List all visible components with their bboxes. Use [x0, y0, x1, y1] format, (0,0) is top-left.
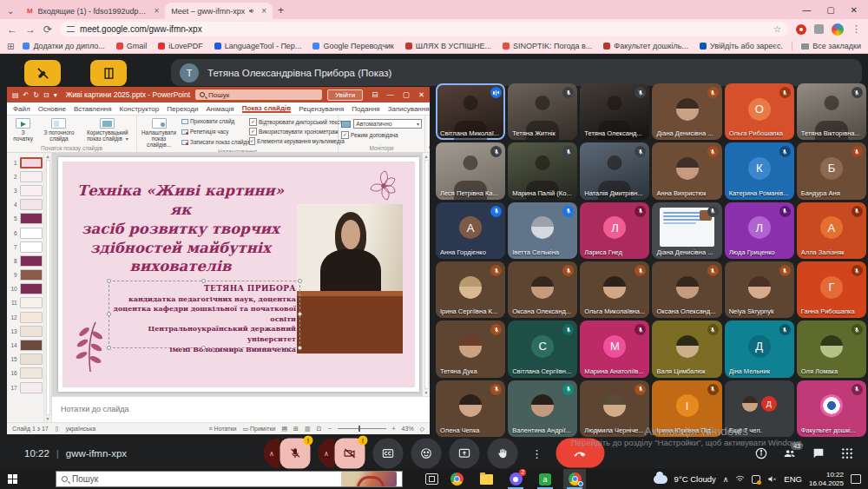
- new-tab-button[interactable]: +: [278, 4, 284, 17]
- ribbon-display-icon[interactable]: ⊟: [372, 90, 378, 99]
- slide-thumbnail[interactable]: 4: [10, 198, 43, 212]
- view-slideshow-icon[interactable]: ⊡: [317, 426, 322, 433]
- fit-slide-icon[interactable]: ◇: [420, 426, 424, 433]
- more-options-button[interactable]: ⋮: [526, 438, 549, 468]
- participant-tile[interactable]: ККатерина Романів...: [725, 142, 794, 199]
- apps-grid-icon[interactable]: ⊞: [7, 42, 14, 51]
- participant-tile[interactable]: Тетяна Житнік: [508, 83, 577, 140]
- address-bar[interactable]: meet.google.com/gww-ifmn-xpx ☆: [60, 22, 788, 36]
- ribbon-checkbox[interactable]: Елементи керування мультимедіа: [249, 137, 343, 145]
- participant-tile[interactable]: ЛЛюда Гриценко: [725, 202, 794, 259]
- weather-text[interactable]: 9°C Cloudy: [674, 474, 716, 484]
- slide-thumbnail[interactable]: 6: [10, 226, 43, 240]
- resize-handle[interactable]: [107, 279, 111, 283]
- all-bookmarks-button[interactable]: Все закладки: [792, 42, 861, 50]
- annotation-off-button[interactable]: [24, 60, 61, 86]
- present-button[interactable]: [450, 438, 480, 468]
- notes-pane[interactable]: Нотатки до слайда: [52, 396, 430, 422]
- bookmark-item[interactable]: Увійдіть або зареєс...: [700, 42, 783, 50]
- participant-tile[interactable]: ГГанна Рибошапка: [797, 261, 866, 318]
- bookmark-star-icon[interactable]: ☆: [773, 24, 781, 34]
- ribbon-checkbox[interactable]: Відтворювати дикторський текст: [249, 118, 343, 126]
- participant-tile[interactable]: ААлла Залізняк: [797, 202, 866, 259]
- participant-tile[interactable]: ЛЛариса Гнед: [580, 202, 649, 259]
- task-view-button[interactable]: [425, 473, 438, 485]
- slide-thumbnail[interactable]: 13: [10, 324, 43, 338]
- slide-thumbnail[interactable]: 11: [10, 296, 43, 310]
- presenter-banner[interactable]: Т Тетяна Олександрівна Прибора (Показ): [171, 59, 862, 86]
- tab-close-icon[interactable]: ×: [154, 6, 159, 16]
- ribbon-checkbox[interactable]: Використовувати хронометраж: [249, 128, 343, 135]
- participant-tile[interactable]: Людмила Черніче...: [580, 380, 649, 437]
- start-button[interactable]: [3, 471, 21, 488]
- participant-tile[interactable]: ББандура Аня: [797, 142, 866, 199]
- ribbon-small-button[interactable]: Записати показ слайдів▾: [181, 139, 246, 145]
- close-button[interactable]: ✕: [851, 5, 858, 15]
- taskbar-green-app-icon[interactable]: a: [534, 469, 556, 489]
- adblock-extension-icon[interactable]: [796, 24, 806, 35]
- participant-tile[interactable]: Оля Ломака: [797, 320, 866, 377]
- notes-toggle[interactable]: ≡ Нотатки: [209, 426, 237, 432]
- participant-tile[interactable]: Діана Денисівна ...: [652, 202, 721, 259]
- bookmark-item[interactable]: iLovePDF: [158, 42, 203, 50]
- clock[interactable]: 10:2216.04.2025: [809, 471, 844, 486]
- view-normal-icon[interactable]: ▤: [281, 426, 287, 433]
- participant-tile[interactable]: Леся Петрівна Ка...: [436, 142, 505, 199]
- slide-1[interactable]: Техніка «Живі картини» як засіб розвитку…: [62, 162, 415, 387]
- ppt-tab[interactable]: Записування: [388, 105, 430, 113]
- slide-thumbnail[interactable]: 7: [10, 240, 43, 254]
- network-icon[interactable]: [735, 474, 745, 484]
- comments-toggle[interactable]: ▭ Примітки: [242, 426, 275, 433]
- reactions-button[interactable]: [411, 438, 442, 468]
- tab-audio-icon[interactable]: [248, 7, 256, 15]
- slide-thumbnail[interactable]: 3: [10, 183, 43, 197]
- accessibility-icon[interactable]: ▯: [56, 426, 59, 433]
- participant-tile[interactable]: Ірина Сергіївна К...: [436, 261, 505, 318]
- back-button[interactable]: ←: [7, 24, 17, 35]
- ribbon-button[interactable]: З початку: [10, 116, 36, 142]
- ppt-maximize-button[interactable]: ▢: [403, 90, 410, 99]
- participants-button[interactable]: 43: [783, 446, 797, 460]
- participant-tile[interactable]: Тетяна Олександ...: [580, 83, 649, 140]
- participant-tile[interactable]: Валентина Андрії...: [508, 380, 577, 437]
- slide-thumbnail[interactable]: 12: [10, 310, 43, 324]
- ribbon-small-button[interactable]: Приховати слайд: [181, 118, 246, 124]
- ribbon-button[interactable]: З поточного слайда: [38, 116, 80, 142]
- author-textbox-selected[interactable]: ТЕТЯНА ПРИБОРА кандидатка педагогічних н…: [108, 281, 300, 348]
- ppt-tab[interactable]: Анімація: [206, 105, 233, 113]
- ppt-close-button[interactable]: ✕: [418, 90, 424, 99]
- slide-thumbnail[interactable]: 9: [10, 268, 43, 282]
- participant-tile[interactable]: Наталія Дмитрівн...: [580, 142, 649, 199]
- language-indicator[interactable]: українська: [66, 426, 95, 432]
- resize-handle[interactable]: [298, 312, 302, 316]
- bookmark-item[interactable]: Google Переводчик: [312, 42, 393, 50]
- slide-thumbnail[interactable]: 10: [10, 282, 43, 296]
- captions-button[interactable]: [373, 438, 404, 468]
- ppt-tab[interactable]: Показ слайдів: [242, 104, 292, 113]
- participant-tile[interactable]: Оксана Олександ...: [508, 261, 577, 318]
- bookmark-item[interactable]: Факультет дошкіль...: [603, 42, 688, 50]
- ppt-tab[interactable]: Файл: [13, 105, 30, 113]
- slide-title[interactable]: Техніка «Живі картини» як засіб розвитку…: [69, 182, 292, 276]
- resize-handle[interactable]: [298, 346, 302, 350]
- volume-muted-icon[interactable]: [767, 474, 777, 484]
- browser-tab-gmail[interactable]: M Входящие (1) - fdso1992udpu... ×: [19, 3, 165, 19]
- participant-tile[interactable]: Іветта Селькіна: [508, 202, 577, 259]
- participant-tile[interactable]: Оксана Олександ...: [652, 261, 721, 318]
- activities-button[interactable]: [840, 446, 854, 460]
- profile-avatar[interactable]: [832, 23, 844, 36]
- notification-center-icon[interactable]: [851, 474, 861, 484]
- slide-thumbnail[interactable]: 16: [10, 367, 43, 380]
- zoom-out-button[interactable]: −: [327, 426, 331, 432]
- slide-thumbnail[interactable]: 8: [10, 254, 43, 268]
- participant-tile[interactable]: Валя Цимбалюк: [652, 320, 721, 377]
- bookmark-item[interactable]: SINOPTIK: Погода в...: [503, 42, 592, 50]
- taskbar-viber-icon[interactable]: 2: [504, 469, 527, 489]
- thumbnail-scrollbar[interactable]: ▲▼: [43, 153, 51, 422]
- zoom-level[interactable]: 43%: [402, 426, 414, 432]
- participant-tile[interactable]: Тетяна Дука: [436, 320, 505, 377]
- resize-handle[interactable]: [298, 279, 302, 283]
- ribbon-button[interactable]: Користувацький показ слайдів ▾: [82, 116, 134, 142]
- participant-tile[interactable]: Олена Чепка: [436, 380, 505, 437]
- view-sorter-icon[interactable]: ⊞: [293, 426, 299, 433]
